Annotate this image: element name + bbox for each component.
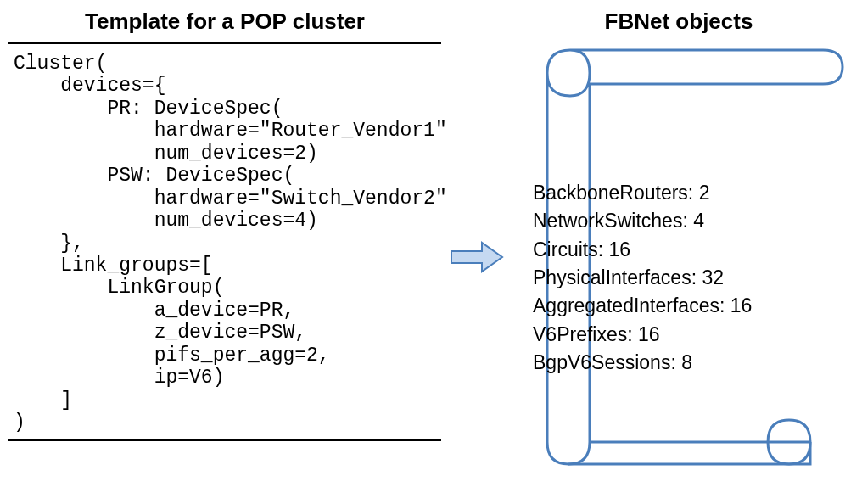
item-label: NetworkSwitches bbox=[533, 210, 682, 232]
template-title: Template for a POP cluster bbox=[8, 8, 441, 42]
list-item: BackboneRouters: 2 bbox=[533, 179, 752, 207]
scroll-container: BackboneRouters: 2 NetworkSwitches: 4 Ci… bbox=[509, 43, 844, 484]
template-code: Cluster( devices={ PR: DeviceSpec( hardw… bbox=[8, 53, 441, 434]
list-item: NetworkSwitches: 4 bbox=[533, 207, 752, 235]
arrow-icon bbox=[450, 239, 505, 275]
item-label: AggregatedInterfaces bbox=[533, 294, 719, 316]
item-value: 8 bbox=[681, 351, 692, 373]
title-divider bbox=[8, 42, 441, 44]
item-label: Circuits bbox=[533, 238, 598, 260]
item-value: 4 bbox=[693, 210, 704, 232]
item-label: BackboneRouters bbox=[533, 182, 688, 204]
item-value: 16 bbox=[730, 294, 753, 316]
item-value: 16 bbox=[608, 238, 630, 260]
item-label: PhysicalInterfaces bbox=[533, 266, 691, 288]
list-item: BgpV6Sessions: 8 bbox=[533, 349, 752, 377]
list-item: V6Prefixes: 16 bbox=[533, 321, 752, 349]
template-panel: Template for a POP cluster Cluster( devi… bbox=[8, 8, 441, 441]
item-value: 32 bbox=[702, 266, 724, 288]
fbnet-panel: FBNet objects BackboneRouters: 2 Network… bbox=[509, 8, 848, 484]
item-value: 2 bbox=[699, 182, 710, 204]
list-item: PhysicalInterfaces: 32 bbox=[533, 264, 752, 292]
list-item: Circuits: 16 bbox=[533, 236, 752, 264]
fbnet-list: BackboneRouters: 2 NetworkSwitches: 4 Ci… bbox=[533, 179, 752, 377]
item-value: 16 bbox=[638, 323, 660, 345]
item-label: BgpV6Sessions bbox=[533, 351, 670, 373]
fbnet-title: FBNet objects bbox=[509, 8, 848, 43]
item-label: V6Prefixes bbox=[533, 323, 627, 345]
bottom-divider bbox=[8, 439, 441, 441]
list-item: AggregatedInterfaces: 16 bbox=[533, 292, 752, 320]
